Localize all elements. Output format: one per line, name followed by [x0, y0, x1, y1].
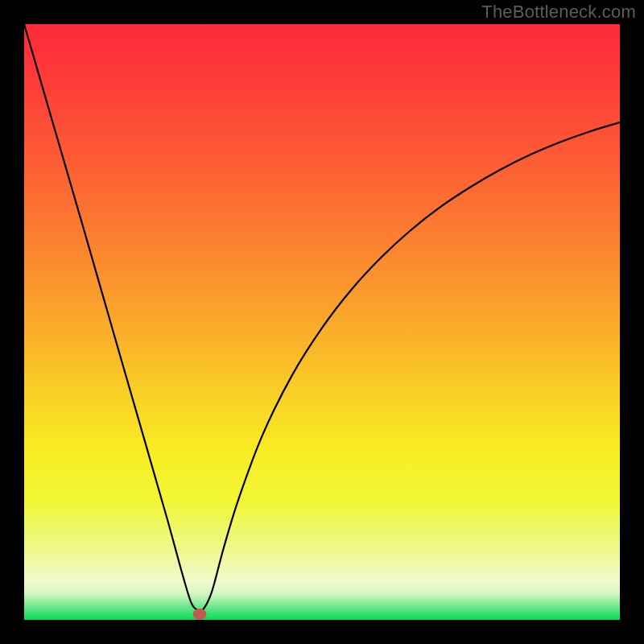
optimum-marker	[193, 609, 207, 620]
plot-svg	[24, 24, 620, 620]
watermark-text: TheBottleneck.com	[481, 2, 636, 23]
plot-area	[24, 24, 620, 620]
chart-frame: TheBottleneck.com	[0, 0, 644, 644]
gradient-background	[24, 24, 620, 620]
